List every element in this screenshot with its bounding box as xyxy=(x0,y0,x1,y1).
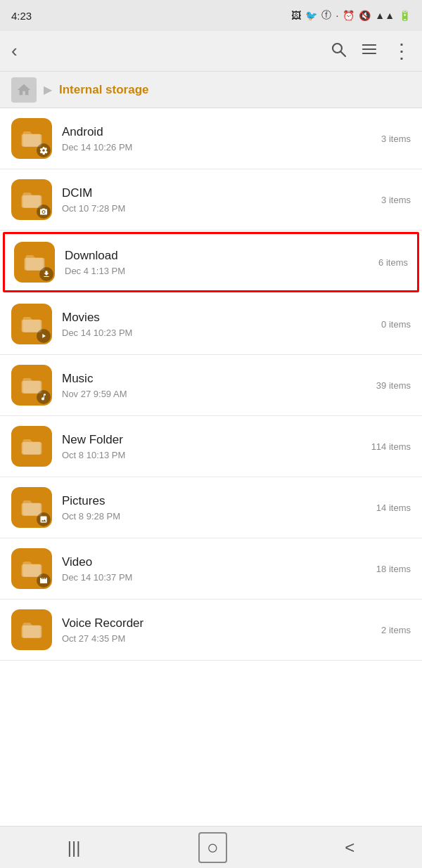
status-icons: 🖼 🐦 ⓕ · ⏰ 🔇 ▲▲ 🔋 xyxy=(291,9,411,22)
folder-date: Dec 14 10:37 PM xyxy=(62,572,376,583)
folder-count: 114 items xyxy=(371,441,411,452)
folder-count: 39 items xyxy=(376,380,411,391)
folder-date: Oct 27 4:35 PM xyxy=(62,633,381,644)
folder-date: Dec 14 10:23 PM xyxy=(62,328,381,338)
list-view-icon[interactable] xyxy=(361,42,378,60)
folder-icon xyxy=(11,365,52,406)
folder-name: Pictures xyxy=(62,494,376,508)
dot-icon: · xyxy=(335,10,338,21)
folder-info: Android Dec 14 10:26 PM xyxy=(62,125,381,153)
folder-date: Oct 8 9:28 PM xyxy=(62,511,376,522)
status-time: 4:23 xyxy=(11,10,32,22)
bottom-nav: ||| ○ < xyxy=(0,826,422,868)
folder-item-new-folder[interactable]: New Folder Oct 8 10:13 PM 114 items xyxy=(0,416,422,477)
gallery-icon: 🖼 xyxy=(291,10,301,21)
battery-icon: 🔋 xyxy=(399,10,411,21)
folder-item-dcim[interactable]: DCIM Oct 10 7:28 PM 3 items xyxy=(0,169,422,231)
file-list: Android Dec 14 10:26 PM 3 items DCIM Oct… xyxy=(0,108,422,826)
twitter-icon: 🐦 xyxy=(305,10,317,21)
folder-name: New Folder xyxy=(62,433,371,447)
breadcrumb-label[interactable]: Internal storage xyxy=(59,83,149,97)
toolbar-right: ⋮ xyxy=(330,39,411,63)
folder-badge xyxy=(37,574,51,588)
back-button[interactable]: ‹ xyxy=(11,40,18,62)
folder-item-android[interactable]: Android Dec 14 10:26 PM 3 items xyxy=(0,108,422,169)
folder-count: 14 items xyxy=(376,503,411,513)
folder-item-download[interactable]: Download Dec 4 1:13 PM 6 items xyxy=(3,232,419,292)
search-icon[interactable] xyxy=(330,41,347,62)
folder-item-movies[interactable]: Movies Dec 14 10:23 PM 0 items xyxy=(0,294,422,355)
folder-item-video[interactable]: Video Dec 14 10:37 PM 18 items xyxy=(0,538,422,600)
more-options-icon[interactable]: ⋮ xyxy=(392,39,411,63)
back-nav-button[interactable]: < xyxy=(328,832,371,863)
folder-info: Movies Dec 14 10:23 PM xyxy=(62,311,381,338)
folder-name: Download xyxy=(65,249,378,263)
folder-badge xyxy=(37,390,51,404)
folder-date: Oct 8 10:13 PM xyxy=(62,450,371,460)
svg-line-1 xyxy=(341,51,346,56)
facebook-icon: ⓕ xyxy=(321,9,331,22)
folder-info: Download Dec 4 1:13 PM xyxy=(65,249,378,276)
mute-icon: 🔇 xyxy=(359,10,371,21)
folder-name: Voice Recorder xyxy=(62,616,381,630)
folder-count: 2 items xyxy=(381,625,411,635)
breadcrumb-arrow: ▶ xyxy=(44,83,52,96)
folder-count: 6 items xyxy=(378,257,408,268)
folder-name: Video xyxy=(62,555,376,569)
recent-apps-button[interactable]: ||| xyxy=(51,832,98,863)
signal-icon: ▲▲ xyxy=(375,10,395,21)
folder-icon xyxy=(11,609,52,650)
folder-date: Dec 14 10:26 PM xyxy=(62,142,381,153)
folder-info: Voice Recorder Oct 27 4:35 PM xyxy=(62,616,381,644)
folder-count: 0 items xyxy=(381,319,411,330)
folder-date: Nov 27 9:59 AM xyxy=(62,389,376,399)
folder-badge xyxy=(37,512,51,526)
folder-info: Video Dec 14 10:37 PM xyxy=(62,555,376,583)
folder-info: DCIM Oct 10 7:28 PM xyxy=(62,186,381,214)
folder-badge xyxy=(37,143,51,157)
folder-icon xyxy=(11,487,52,528)
folder-icon xyxy=(11,118,52,159)
toolbar: ‹ ⋮ xyxy=(0,31,422,72)
home-icon[interactable] xyxy=(11,77,37,103)
folder-badge xyxy=(37,329,51,343)
folder-item-pictures[interactable]: Pictures Oct 8 9:28 PM 14 items xyxy=(0,477,422,538)
folder-name: Android xyxy=(62,125,381,139)
folder-info: Pictures Oct 8 9:28 PM xyxy=(62,494,376,522)
folder-icon xyxy=(11,304,52,344)
folder-icon xyxy=(11,548,52,589)
folder-icon xyxy=(11,426,52,467)
folder-badge xyxy=(37,205,51,219)
folder-count: 3 items xyxy=(381,134,411,144)
alarm-icon: ⏰ xyxy=(343,10,354,21)
folder-info: New Folder Oct 8 10:13 PM xyxy=(62,433,371,460)
folder-count: 18 items xyxy=(376,564,411,574)
status-bar: 4:23 🖼 🐦 ⓕ · ⏰ 🔇 ▲▲ 🔋 xyxy=(0,0,422,31)
breadcrumb: ▶ Internal storage xyxy=(0,72,422,108)
folder-name: Movies xyxy=(62,311,381,325)
folder-item-voice-recorder[interactable]: Voice Recorder Oct 27 4:35 PM 2 items xyxy=(0,600,422,661)
toolbar-left: ‹ xyxy=(11,40,18,62)
folder-badge xyxy=(39,267,53,281)
folder-item-music[interactable]: Music Nov 27 9:59 AM 39 items xyxy=(0,355,422,416)
folder-count: 3 items xyxy=(381,195,411,205)
folder-icon xyxy=(14,242,55,283)
home-button[interactable]: ○ xyxy=(198,832,227,863)
folder-name: DCIM xyxy=(62,186,381,200)
folder-date: Dec 4 1:13 PM xyxy=(65,266,378,276)
folder-name: Music xyxy=(62,372,376,386)
folder-info: Music Nov 27 9:59 AM xyxy=(62,372,376,399)
folder-date: Oct 10 7:28 PM xyxy=(62,203,381,214)
folder-icon xyxy=(11,179,52,220)
